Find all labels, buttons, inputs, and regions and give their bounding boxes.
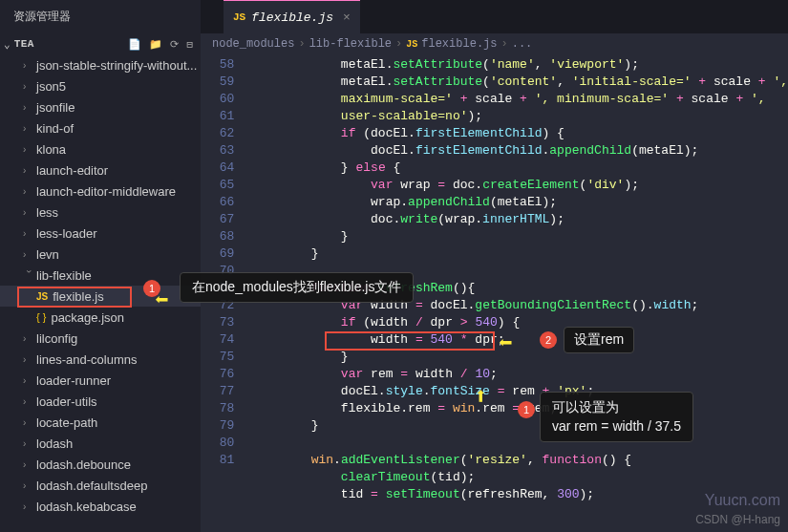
tree-item-lodash[interactable]: ›lodash xyxy=(0,433,201,454)
tree-item-json-stable-stringify-without---[interactable]: ›json-stable-stringify-without... xyxy=(0,54,201,75)
line-number: 69 xyxy=(201,245,234,263)
tab-label: flexible.js xyxy=(251,11,333,25)
chevron-right-icon: › xyxy=(500,37,507,51)
code-line[interactable]: doc.write(wrap.innerHTML); xyxy=(251,211,788,228)
line-number: 64 xyxy=(201,160,234,177)
tree-item-loader-utils[interactable]: ›loader-utils xyxy=(0,391,201,412)
code-line[interactable]: user-scalable=no'); xyxy=(251,108,788,125)
line-number: 65 xyxy=(201,177,234,194)
chevron-icon: › xyxy=(23,60,34,71)
tree-item-less-loader[interactable]: ›less-loader xyxy=(0,223,201,244)
tab-bar: JS flexible.js × xyxy=(201,0,788,33)
line-number: 73 xyxy=(201,314,234,331)
watermark: Yuucn.com xyxy=(705,492,780,509)
chevron-right-icon: › xyxy=(395,37,402,51)
new-folder-icon[interactable]: 📁 xyxy=(149,38,162,51)
code-line[interactable]: } xyxy=(251,245,788,263)
code-line[interactable]: metaEl.setAttribute('content', 'initial-… xyxy=(251,74,788,91)
tree-item-lodash-kebabcase[interactable]: ›lodash.kebabcase xyxy=(0,496,201,517)
js-icon: JS xyxy=(233,11,245,23)
line-number: 77 xyxy=(201,383,234,400)
code-line[interactable]: wrap.appendChild(metaEl); xyxy=(251,194,788,211)
tree-item-lodash-debounce[interactable]: ›lodash.debounce xyxy=(0,454,201,475)
code-line[interactable]: win.addEventListener('resize', function(… xyxy=(251,452,788,469)
chevron-icon: › xyxy=(23,438,34,449)
code-line[interactable]: var rem = width / 10; xyxy=(251,366,788,383)
tree-label: locate-path xyxy=(36,415,97,430)
chevron-icon: › xyxy=(23,396,34,407)
code-line[interactable]: docEl.firstElementChild.appendChild(meta… xyxy=(251,142,788,160)
tree-item-package-json[interactable]: { }package.json xyxy=(0,307,201,328)
tree-label: loader-utils xyxy=(36,394,97,409)
tree-item-jsonfile[interactable]: ›jsonfile xyxy=(0,96,201,117)
line-number: 75 xyxy=(201,349,234,366)
chevron-icon: › xyxy=(23,480,34,491)
tree-label: less xyxy=(36,205,58,220)
close-icon[interactable]: × xyxy=(343,11,351,25)
code-line[interactable]: } xyxy=(251,417,788,435)
chevron-icon: › xyxy=(23,186,34,197)
chevron-icon: › xyxy=(23,207,34,218)
bc-more[interactable]: ... xyxy=(512,37,533,51)
line-number: 67 xyxy=(201,211,234,228)
tree-item-loader-runner[interactable]: ›loader-runner xyxy=(0,370,201,391)
tree-label: loader-runner xyxy=(36,373,111,388)
line-number: 63 xyxy=(201,142,234,160)
line-number: 60 xyxy=(201,91,234,108)
collapse-icon[interactable]: ⊟ xyxy=(186,38,193,51)
tree-item-lodash-defaultsdeep[interactable]: ›lodash.defaultsdeep xyxy=(0,475,201,496)
code-line[interactable]: var wrap = doc.createElement('div'); xyxy=(251,177,788,194)
tree-item-lilconfig[interactable]: ›lilconfig xyxy=(0,328,201,349)
line-number: 58 xyxy=(201,56,234,74)
tree-label: package.json xyxy=(51,310,124,325)
chevron-icon: › xyxy=(23,459,34,470)
tree-item-launch-editor[interactable]: ›launch-editor xyxy=(0,160,201,181)
csdn-credit: CSDN @H-hang xyxy=(695,513,780,526)
tree-label: launch-editor-middleware xyxy=(36,184,176,199)
breadcrumb[interactable]: node_modules › lib-flexible › JS flexibl… xyxy=(201,33,788,54)
code-line[interactable]: metaEl.setAttribute('name', 'viewport'); xyxy=(251,56,788,74)
tree-item-launch-editor-middleware[interactable]: ›launch-editor-middleware xyxy=(0,181,201,202)
chevron-icon: › xyxy=(23,375,34,386)
chevron-icon: › xyxy=(23,144,34,155)
code-line[interactable]: if (width / dpr > 540) { xyxy=(251,314,788,331)
tree-item-levn[interactable]: ›levn xyxy=(0,244,201,265)
tree-label: less-loader xyxy=(36,226,97,241)
tree-item-locate-path[interactable]: ›locate-path xyxy=(0,412,201,433)
annotation-1: 在node_modules找到flexible.js文件 xyxy=(180,272,414,303)
bc-lib-flexible[interactable]: lib-flexible xyxy=(309,37,392,51)
refresh-icon[interactable]: ⟳ xyxy=(170,38,179,51)
code-line[interactable]: docEl.style.fontSize = rem + 'px'; xyxy=(251,383,788,400)
tree-item-kind-of[interactable]: ›kind-of xyxy=(0,117,201,138)
chevron-icon: › xyxy=(23,165,34,176)
code-line[interactable]: clearTimeout(tid); xyxy=(251,469,788,486)
arrow-icon: ⬅ xyxy=(466,389,494,402)
badge-3: 1 xyxy=(518,401,535,418)
code-line[interactable]: if (docEl.firstElementChild) { xyxy=(251,125,788,142)
code-line[interactable]: } else { xyxy=(251,160,788,177)
tab-flexible[interactable]: JS flexible.js × xyxy=(224,0,360,33)
bc-node-modules[interactable]: node_modules xyxy=(212,37,294,51)
arrow-icon: ⬅ xyxy=(499,330,512,357)
tree-item-klona[interactable]: ›klona xyxy=(0,138,201,160)
line-number: 59 xyxy=(201,74,234,91)
bc-flexible-js[interactable]: flexible.js xyxy=(421,37,497,51)
tree-item-lib-flexible[interactable]: ›lib-flexible xyxy=(0,265,201,286)
explorer-title: 资源管理器 xyxy=(0,0,201,33)
tree-item-json5[interactable]: ›json5 xyxy=(0,75,201,96)
tree-item-lines-and-columns[interactable]: ›lines-and-columns xyxy=(0,349,201,370)
section-header[interactable]: ⌄ TEA 📄 📁 ⟳ ⊟ xyxy=(0,33,201,54)
code-line[interactable]: } xyxy=(251,228,788,245)
code-line[interactable] xyxy=(251,435,788,452)
chevron-icon: › xyxy=(23,228,34,239)
tree-item-less[interactable]: ›less xyxy=(0,202,201,223)
chevron-icon: › xyxy=(23,81,34,92)
chevron-icon: › xyxy=(23,354,34,365)
chevron-icon: › xyxy=(23,123,34,134)
line-number: 79 xyxy=(201,417,234,435)
code-line[interactable]: } xyxy=(251,349,788,366)
code-line[interactable]: maximum-scale=' + scale + ', minimum-sca… xyxy=(251,91,788,108)
line-number: 61 xyxy=(201,108,234,125)
chevron-down-icon: ⌄ xyxy=(4,38,11,51)
new-file-icon[interactable]: 📄 xyxy=(128,38,141,51)
